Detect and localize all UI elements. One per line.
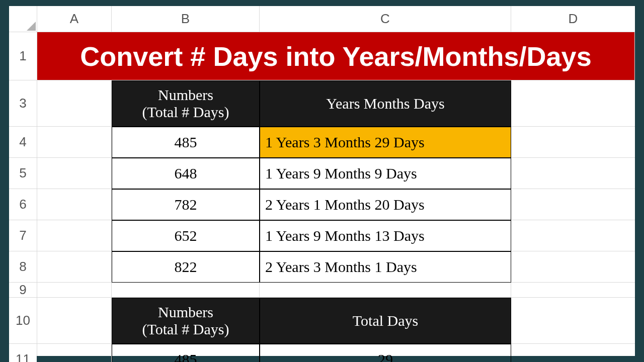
cell-A4[interactable] <box>37 127 112 158</box>
cell-C9[interactable] <box>260 283 511 298</box>
table2-header-numbers[interactable]: Numbers (Total # Days) <box>112 298 260 344</box>
cell-D7[interactable] <box>511 220 635 251</box>
cell-A7[interactable] <box>37 220 112 251</box>
table1-ymd-3[interactable]: 1 Years 9 Months 13 Days <box>260 220 511 251</box>
table1-ymd-0[interactable]: 1 Years 3 Months 29 Days <box>260 127 511 158</box>
spreadsheet: A B C D 1 3 4 5 6 7 8 9 10 11 Convert # … <box>9 6 635 356</box>
row-header-4[interactable]: 4 <box>9 127 37 158</box>
cell-D3[interactable] <box>511 80 635 127</box>
table1-header-numbers[interactable]: Numbers (Total # Days) <box>112 80 260 127</box>
table1-header-ymd[interactable]: Years Months Days <box>260 80 511 127</box>
column-header-C[interactable]: C <box>260 6 511 32</box>
table1-num-3[interactable]: 652 <box>112 220 260 251</box>
table1-ymd-4[interactable]: 2 Years 3 Months 1 Days <box>260 251 511 283</box>
cell-A11[interactable] <box>37 344 112 362</box>
cell-D6[interactable] <box>511 189 635 220</box>
table1-num-1[interactable]: 648 <box>112 158 260 189</box>
row-header-5[interactable]: 5 <box>9 158 37 189</box>
row-header-7[interactable]: 7 <box>9 220 37 251</box>
cell-A10[interactable] <box>37 298 112 344</box>
row-header-9[interactable]: 9 <box>9 283 37 298</box>
column-header-D[interactable]: D <box>511 6 635 32</box>
select-all-triangle[interactable] <box>9 6 37 32</box>
title-banner: Convert # Days into Years/Months/Days <box>37 32 635 80</box>
cell-A6[interactable] <box>37 189 112 220</box>
cell-A3[interactable] <box>37 80 112 127</box>
row-header-10[interactable]: 10 <box>9 298 37 344</box>
table1-num-4[interactable]: 822 <box>112 251 260 283</box>
row-header-8[interactable]: 8 <box>9 251 37 283</box>
table1-num-0[interactable]: 485 <box>112 127 260 158</box>
table2-header-totaldays[interactable]: Total Days <box>260 298 511 344</box>
cell-B9[interactable] <box>112 283 260 298</box>
cell-D10[interactable] <box>511 298 635 344</box>
table2-num-0[interactable]: 485 <box>112 344 260 362</box>
table2-total-0[interactable]: 29 <box>260 344 511 362</box>
cell-A5[interactable] <box>37 158 112 189</box>
cell-A8[interactable] <box>37 251 112 283</box>
table1-ymd-2[interactable]: 2 Years 1 Months 20 Days <box>260 189 511 220</box>
cell-D4[interactable] <box>511 127 635 158</box>
column-header-B[interactable]: B <box>112 6 260 32</box>
cells-grid: Convert # Days into Years/Months/Days Nu… <box>37 32 635 356</box>
table1-num-2[interactable]: 782 <box>112 189 260 220</box>
cell-D5[interactable] <box>511 158 635 189</box>
cell-D11[interactable] <box>511 344 635 362</box>
table1-ymd-1[interactable]: 1 Years 9 Months 9 Days <box>260 158 511 189</box>
column-header-A[interactable]: A <box>37 6 112 32</box>
row-headers-col: 1 3 4 5 6 7 8 9 10 11 <box>9 32 37 356</box>
cell-A9[interactable] <box>37 283 112 298</box>
cell-D8[interactable] <box>511 251 635 283</box>
column-headers-row: A B C D <box>9 6 635 32</box>
row-header-3[interactable]: 3 <box>9 80 37 127</box>
row-header-1[interactable]: 1 <box>9 32 37 80</box>
cell-D9[interactable] <box>511 283 635 298</box>
row-header-6[interactable]: 6 <box>9 189 37 220</box>
row-header-11[interactable]: 11 <box>9 344 37 362</box>
